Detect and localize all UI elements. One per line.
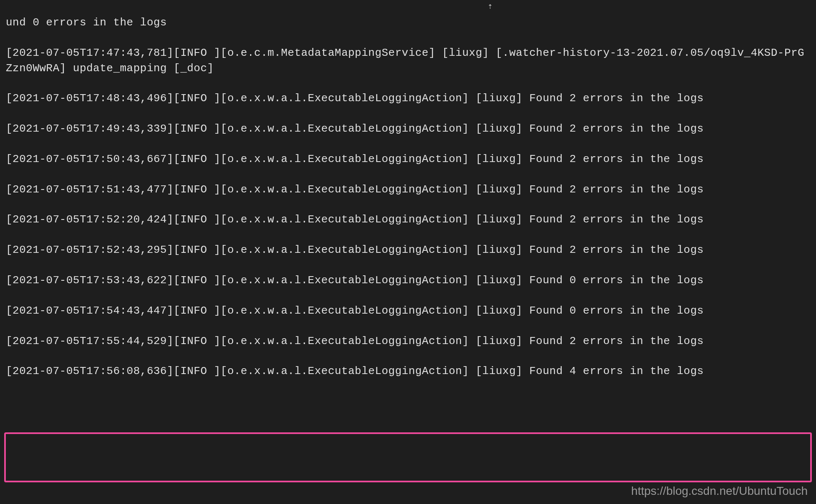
log-line: [2021-07-05T17:51:43,477][INFO ][o.e.x.w… (6, 182, 810, 197)
log-line: [2021-07-05T17:50:43,667][INFO ][o.e.x.w… (6, 152, 810, 167)
log-line: [2021-07-05T17:47:43,781][INFO ][o.e.c.m… (6, 45, 810, 76)
log-line: [2021-07-05T17:56:08,636][INFO ][o.e.x.w… (6, 364, 810, 379)
terminal-output[interactable]: und 0 errors in the logs [2021-07-05T17:… (6, 0, 810, 394)
log-line: [2021-07-05T17:52:20,424][INFO ][o.e.x.w… (6, 212, 810, 227)
highlight-annotation-box (4, 432, 812, 482)
log-line: [2021-07-05T17:52:43,295][INFO ][o.e.x.w… (6, 242, 810, 257)
log-line: [2021-07-05T17:55:44,529][INFO ][o.e.x.w… (6, 334, 810, 349)
log-line: [2021-07-05T17:53:43,622][INFO ][o.e.x.w… (6, 273, 810, 288)
watermark-text: https://blog.csdn.net/UbuntuTouch (631, 483, 808, 499)
log-line: und 0 errors in the logs (6, 15, 810, 30)
log-line: [2021-07-05T17:49:43,339][INFO ][o.e.x.w… (6, 121, 810, 136)
text-cursor-icon: ⇡ (488, 1, 493, 12)
log-line: [2021-07-05T17:48:43,496][INFO ][o.e.x.w… (6, 91, 810, 106)
log-line: [2021-07-05T17:54:43,447][INFO ][o.e.x.w… (6, 303, 810, 318)
